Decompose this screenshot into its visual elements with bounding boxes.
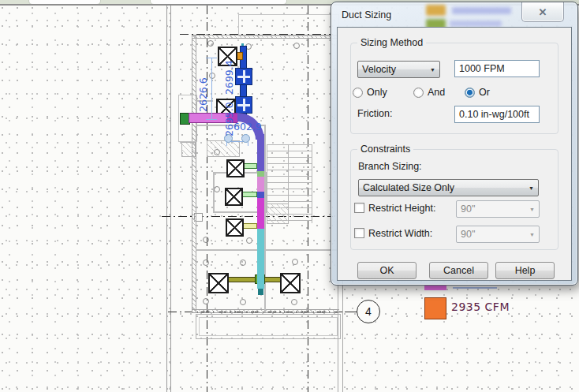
column-symbol: [246, 237, 252, 244]
dimension-text: 602.9: [233, 121, 262, 133]
dialog-title[interactable]: Duct Sizing: [342, 9, 391, 21]
sizing-method-group-label: Sizing Method: [357, 37, 426, 48]
column-symbol: [209, 73, 215, 79]
blurred-legend-amber: [426, 5, 446, 16]
dialog-body: Sizing Method Velocity ▼ 1000 FPM Only A…: [337, 27, 572, 281]
drag-grip[interactable]: [241, 134, 250, 143]
legend-color-swatch: [424, 297, 446, 319]
chevron-down-icon: ▼: [529, 207, 535, 212]
column-symbol: [291, 299, 297, 305]
air-diffuser: [280, 273, 301, 293]
grid-bubble-4: 4: [357, 300, 380, 323]
interior-wall: [196, 249, 339, 251]
grid-line-4-tail: [345, 312, 357, 312]
interior-wall: [264, 125, 266, 312]
restrict-width-value: 90": [461, 229, 475, 240]
restrict-height-label: Restrict Height:: [368, 203, 435, 214]
canopy-outline: [238, 14, 339, 36]
radio-and-label: And: [428, 87, 445, 98]
air-diffuser: [208, 273, 229, 293]
duct-sizing-dialog: Duct Sizing ✕ Sizing Method Velocity ▼ 1…: [331, 2, 578, 286]
friction-value-text: 0.10 in-wg/100ft: [459, 109, 529, 120]
branch-sizing-select[interactable]: Calculated Size Only ▼: [358, 179, 539, 196]
column-symbol: [207, 40, 214, 47]
column-symbol: [240, 299, 246, 305]
column-symbol: [203, 237, 209, 243]
radio-or-dot: [465, 88, 475, 98]
dimension-line: [211, 58, 212, 120]
sizing-method-select-value: Velocity: [362, 64, 396, 75]
duct-fitting-small: [257, 192, 264, 198]
dimension-tick: [206, 119, 217, 120]
air-diffuser: [225, 188, 243, 206]
shaft-hatch: [181, 142, 196, 157]
wall-double-line: [166, 6, 171, 392]
radio-or-label: Or: [479, 87, 490, 98]
column-symbol: [293, 43, 300, 49]
chevron-down-icon: ▼: [430, 67, 435, 73]
application-screen: 4: [0, 0, 579, 392]
restrict-width-checkbox[interactable]: [354, 228, 364, 238]
radio-and[interactable]: And: [413, 87, 445, 98]
dimension-text: 2626.6: [197, 77, 209, 112]
cancel-button[interactable]: Cancel: [429, 262, 488, 279]
wall-left: [192, 35, 196, 312]
radio-only[interactable]: Only: [353, 87, 387, 98]
duct-peek-magenta: [424, 286, 446, 290]
column-symbol: [292, 259, 298, 265]
branch-sizing-label: Branch Sizing:: [358, 161, 422, 172]
column-symbol: [203, 259, 209, 266]
close-button[interactable]: ✕: [521, 2, 564, 22]
duct-joint: [257, 171, 264, 177]
ok-button[interactable]: OK: [357, 262, 417, 279]
air-diffuser: [226, 218, 244, 237]
restrict-height-select: 90" ▼: [456, 200, 540, 218]
restrict-width-select: 90" ▼: [456, 226, 540, 243]
air-diffuser: [226, 159, 245, 177]
constraints-group-label: Constraints: [357, 144, 413, 155]
duct-cyan-end: [258, 289, 263, 295]
duct-magenta-vertical: [257, 198, 264, 229]
sizing-value-text: 1000 FPM: [459, 63, 505, 74]
friction-label: Friction:: [357, 108, 392, 119]
restrict-height-value: 90": [461, 203, 475, 215]
blurred-legend-text: [450, 21, 502, 27]
blurred-legend-text: [452, 7, 511, 14]
radio-only-label: Only: [367, 87, 387, 98]
duct-purple-vertical: [257, 134, 264, 171]
close-icon: ✕: [539, 6, 547, 18]
radio-and-dot: [413, 88, 424, 98]
help-button[interactable]: Help: [495, 262, 555, 279]
radio-or[interactable]: Or: [465, 87, 490, 98]
sizing-value-input[interactable]: 1000 FPM: [454, 60, 540, 77]
duct-olive-horizontal: [226, 277, 282, 282]
restrict-height-checkbox[interactable]: [354, 203, 364, 213]
constraints-group: Constraints Branch Sizing: Calculated Si…: [350, 149, 558, 250]
chevron-down-icon: ▼: [529, 232, 535, 237]
column-symbol: [240, 259, 246, 266]
dimension-text: 2699.4: [223, 60, 235, 95]
shaft-hatch: [207, 140, 240, 157]
dimension-tick: [206, 58, 217, 58]
column-symbol: [214, 186, 220, 192]
duct-fitting: [235, 68, 252, 85]
duct-fitting: [235, 96, 252, 114]
chevron-down-icon: ▼: [529, 185, 534, 191]
column-symbol: [214, 149, 220, 155]
sizing-method-select[interactable]: Velocity ▼: [357, 61, 440, 78]
legend-airflow-label: 2935 CFM: [451, 301, 510, 313]
friction-input[interactable]: 0.10 in-wg/100ft: [454, 106, 540, 123]
branch-sizing-select-value: Calculated Size Only: [363, 182, 454, 193]
stair-hatch: [267, 203, 289, 224]
duct-cyan-vertical: [257, 229, 264, 289]
restrict-width-label: Restrict Width:: [368, 228, 432, 239]
porch-inner: [199, 317, 338, 336]
radio-only-dot: [353, 88, 363, 98]
grid-bubble-label: 4: [365, 305, 372, 318]
column-symbol: [203, 298, 209, 304]
duct-peek-blue: [453, 287, 497, 289]
